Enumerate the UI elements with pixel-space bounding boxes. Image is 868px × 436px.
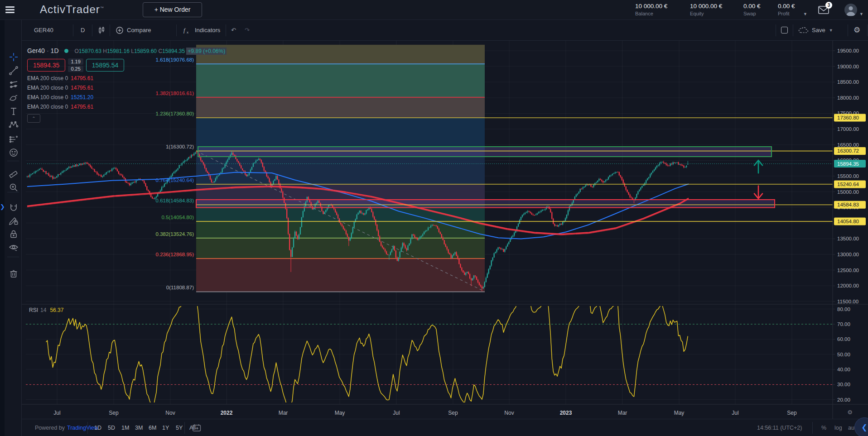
svg-text:2022: 2022 xyxy=(221,410,233,416)
indicator-legend: EMA 200 close 014795.61EMA 200 close 014… xyxy=(27,75,227,110)
svg-text:15500.00: 15500.00 xyxy=(837,173,859,179)
lock-all-icon[interactable] xyxy=(8,229,19,240)
down-arrow-drawing[interactable] xyxy=(754,186,762,199)
svg-text:13500.00: 13500.00 xyxy=(837,236,859,241)
svg-text:12000.00: 12000.00 xyxy=(837,283,859,288)
brush-icon[interactable] xyxy=(8,93,19,104)
range-5y[interactable]: 5Y xyxy=(176,419,183,436)
toolbar-separator xyxy=(7,161,19,161)
range-5d[interactable]: 5D xyxy=(108,419,115,436)
svg-text:14054.80: 14054.80 xyxy=(837,219,859,224)
symbol-button[interactable]: GER40 xyxy=(34,20,53,40)
redo-icon[interactable]: ↷ xyxy=(245,20,250,40)
forecast-icon[interactable] xyxy=(8,134,19,144)
save-button[interactable]: Save ▼ xyxy=(798,20,833,40)
indicator-row[interactable]: EMA 100 close 015251.20 xyxy=(27,94,227,101)
profit-stat: 0.00 €Profit xyxy=(778,3,795,16)
ruler-icon[interactable] xyxy=(8,168,19,178)
toolbar-separator xyxy=(7,257,19,257)
layout-select-icon[interactable] xyxy=(781,20,788,40)
object-tree-chevron-icon[interactable]: ❯ xyxy=(0,203,5,210)
percent-scale-button[interactable]: % xyxy=(821,419,826,436)
range-1m[interactable]: 1M xyxy=(121,419,129,436)
toolbar-separator xyxy=(7,192,19,192)
chart-toolbar: GER40 D Compare fx Indicators ↶ ↷ Save ▼… xyxy=(22,20,868,41)
svg-text:18000.00: 18000.00 xyxy=(837,95,859,101)
ohlc-values: O15870.63 H15981.16 L15859.60 C15894.35 xyxy=(75,47,187,54)
chart-style-icon[interactable] xyxy=(97,20,106,40)
clock[interactable]: 14:56:11 (UTC+2) xyxy=(757,419,802,436)
up-arrow-drawing[interactable] xyxy=(754,160,762,173)
time-axis[interactable]: JulSepNov2022MarMayJulSepNov2023MarMayJu… xyxy=(53,409,853,416)
top-header: ActivTrader™ + New Order 10 000.00 €Bala… xyxy=(0,0,868,20)
log-scale-button[interactable]: log xyxy=(834,419,842,436)
sell-button[interactable]: 15894.35 xyxy=(27,59,65,72)
compare-button[interactable]: Compare xyxy=(116,20,151,40)
indicator-row[interactable]: EMA 200 close 014795.61 xyxy=(27,75,227,81)
svg-text:Sep: Sep xyxy=(787,410,797,416)
chart-legend: Ger40·1DO15870.63 H15981.16 L15859.60 C1… xyxy=(27,47,227,123)
svg-text:Sep: Sep xyxy=(448,410,458,416)
buy-button[interactable]: 15895.54 xyxy=(86,59,124,72)
save-chevron-icon: ▼ xyxy=(829,28,833,33)
rsi-legend: RSI1456.37 xyxy=(29,307,63,313)
chart-settings-gear-icon[interactable]: ⚙ xyxy=(854,20,860,40)
arrow-drawings xyxy=(754,160,762,198)
svg-text:15894.35: 15894.35 xyxy=(837,161,859,167)
collapse-legend-button[interactable]: ⌃ xyxy=(27,114,40,123)
chevron-down-icon[interactable]: ▼ xyxy=(803,12,807,16)
new-order-button[interactable]: + New Order xyxy=(143,2,202,17)
range-6m[interactable]: 6M xyxy=(149,419,156,436)
avatar[interactable] xyxy=(844,4,857,16)
indicators-label: Indicators xyxy=(195,27,220,34)
menu-icon[interactable] xyxy=(5,6,14,14)
legend-symbol[interactable]: Ger40 xyxy=(27,47,45,54)
rsi-pane xyxy=(26,298,833,406)
compare-label: Compare xyxy=(127,27,151,34)
svg-text:1(16300.72): 1(16300.72) xyxy=(166,144,194,149)
svg-text:18500.00: 18500.00 xyxy=(837,79,859,85)
zoom-in-icon[interactable] xyxy=(8,182,19,193)
svg-text:Mar: Mar xyxy=(279,410,288,416)
hide-drawings-icon[interactable] xyxy=(8,242,19,253)
powered-by: Powered byTradingView xyxy=(35,419,98,436)
svg-text:40.00: 40.00 xyxy=(837,367,850,372)
svg-text:May: May xyxy=(335,410,345,416)
text-icon[interactable] xyxy=(8,106,19,117)
goto-date-icon[interactable] xyxy=(192,419,201,436)
indicator-row[interactable]: EMA 200 close 014795.61 xyxy=(27,85,227,91)
svg-text:Jul: Jul xyxy=(732,410,738,416)
indicators-button[interactable]: fx Indicators xyxy=(183,20,220,40)
trend-line-icon[interactable] xyxy=(8,65,19,76)
undo-icon[interactable]: ↶ xyxy=(231,20,236,40)
svg-text:15000.00: 15000.00 xyxy=(837,189,859,195)
tradingview-link[interactable]: TradingView xyxy=(67,425,98,431)
svg-text:13000.00: 13000.00 xyxy=(837,252,859,257)
svg-text:17000.00: 17000.00 xyxy=(837,126,859,132)
svg-text:17360.80: 17360.80 xyxy=(837,115,859,120)
range-1y[interactable]: 1Y xyxy=(162,419,169,436)
symbol-row: Ger40·1DO15870.63 H15981.16 L15859.60 C1… xyxy=(27,47,227,54)
magnet-icon[interactable] xyxy=(8,202,19,213)
swap-stat: 0.00 €Swap xyxy=(743,3,761,16)
range-1d[interactable]: 1D xyxy=(94,419,101,436)
emoji-icon[interactable] xyxy=(8,147,19,158)
drawing-lock-icon[interactable] xyxy=(8,215,19,226)
fib-retracement-icon[interactable] xyxy=(8,79,19,90)
interval-button[interactable]: D xyxy=(81,20,85,40)
xabcd-pattern-icon[interactable] xyxy=(8,120,19,130)
crosshair-icon[interactable] xyxy=(8,52,19,62)
svg-text:Mar: Mar xyxy=(618,410,627,416)
range-3m[interactable]: 3M xyxy=(135,419,143,436)
account-chevron-icon[interactable]: ▼ xyxy=(859,12,863,16)
indicator-row[interactable]: EMA 200 close 014795.61 xyxy=(27,104,227,110)
svg-text:2023: 2023 xyxy=(560,410,572,416)
remove-drawings-icon[interactable] xyxy=(8,268,19,279)
svg-text:80.00: 80.00 xyxy=(837,307,850,312)
svg-text:16300.72: 16300.72 xyxy=(837,148,859,153)
price-axis[interactable]: 19500.0019000.0018500.0018000.0017500.00… xyxy=(833,48,866,402)
axis-settings-gear-icon[interactable]: ⚙ xyxy=(847,409,853,416)
svg-text:50.00: 50.00 xyxy=(837,352,850,357)
svg-text:Jul: Jul xyxy=(53,410,60,416)
svg-text:0.764(15240.64): 0.764(15240.64) xyxy=(156,177,194,183)
